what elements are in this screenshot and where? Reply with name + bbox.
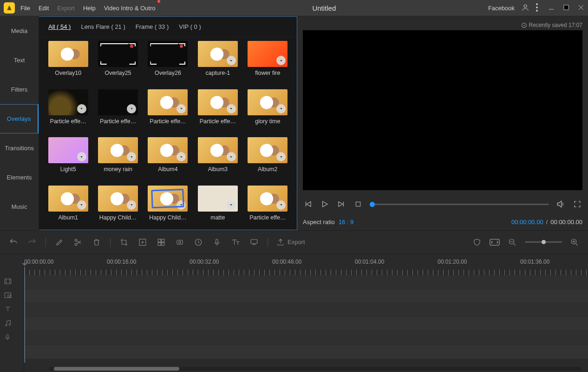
thumbnail[interactable] (248, 41, 287, 67)
track-row[interactable] (24, 345, 588, 359)
download-icon[interactable] (276, 56, 286, 65)
close-button[interactable] (578, 4, 584, 12)
download-icon[interactable] (77, 104, 86, 113)
sidebar-tab-filters[interactable]: Filters (0, 75, 39, 104)
menu-help[interactable]: Help (83, 5, 96, 12)
library-item[interactable]: Happy Child… (95, 186, 140, 226)
download-icon[interactable] (227, 104, 236, 113)
split-icon[interactable] (73, 237, 83, 247)
text-tool-icon[interactable] (230, 237, 241, 247)
export-button[interactable]: Export (276, 238, 305, 246)
track-row[interactable] (24, 331, 588, 345)
thumbnail[interactable] (98, 89, 138, 115)
thumbnail[interactable] (48, 41, 88, 67)
sidebar-tab-transitions[interactable]: Transitions (0, 133, 39, 163)
download-icon[interactable] (227, 152, 236, 161)
edit-icon[interactable] (54, 237, 65, 247)
track-row[interactable] (24, 303, 588, 317)
zoom-in-icon[interactable] (569, 237, 580, 247)
library-item[interactable]: matte (195, 186, 240, 226)
thumbnail[interactable] (98, 41, 138, 67)
library-item[interactable]: Particle effe… (245, 186, 290, 226)
library-filter[interactable]: Frame ( 33 ) (136, 23, 169, 30)
library-item[interactable]: Album3 (195, 137, 240, 178)
pip-track-icon[interactable] (0, 288, 24, 302)
account-icon[interactable] (521, 3, 529, 13)
menu-edit[interactable]: Edit (39, 5, 49, 12)
freeze-icon[interactable] (175, 237, 185, 247)
thumbnail[interactable] (198, 137, 238, 163)
timeline-scrollbar[interactable] (49, 367, 581, 371)
library-item[interactable]: Overlay25 (95, 41, 140, 82)
thumbnail[interactable] (98, 186, 138, 212)
library-item[interactable]: Album2 (245, 137, 290, 178)
redo-button[interactable] (27, 237, 37, 247)
preview-viewport[interactable] (303, 30, 582, 190)
library-filter[interactable]: Lens Flare ( 21 ) (81, 23, 125, 30)
menu-video-intro-outro[interactable]: Video Intro & Outro (104, 5, 156, 12)
library-item[interactable]: Particle effe… (195, 89, 240, 130)
thumbnail[interactable] (148, 41, 188, 67)
sidebar-tab-media[interactable]: Media (0, 16, 39, 46)
download-icon[interactable] (176, 152, 186, 161)
library-item[interactable]: Light5 (46, 137, 91, 178)
audio-track-icon[interactable] (0, 316, 24, 330)
thumbnail[interactable] (48, 137, 88, 163)
track-row[interactable] (24, 317, 588, 331)
download-icon[interactable] (127, 200, 136, 210)
sidebar-tab-overlays[interactable]: Overlays (0, 104, 39, 133)
thumbnail[interactable] (248, 186, 287, 212)
thumbnail[interactable] (148, 137, 188, 163)
library-item[interactable]: glory time (245, 89, 290, 130)
fit-icon[interactable] (490, 237, 500, 247)
download-icon[interactable] (227, 200, 236, 210)
zoom-icon[interactable] (137, 237, 148, 247)
library-filter[interactable]: VIP ( 0 ) (179, 23, 201, 30)
prev-frame-button[interactable] (303, 199, 313, 209)
voiceover-icon[interactable] (212, 237, 222, 247)
menu-export[interactable]: Export (57, 5, 75, 12)
download-icon[interactable] (127, 104, 136, 113)
download-icon[interactable] (276, 104, 286, 113)
library-item[interactable]: Overlay10 (46, 41, 91, 82)
thumbnail[interactable] (248, 137, 287, 163)
download-icon[interactable] (77, 152, 86, 161)
download-icon[interactable] (127, 152, 136, 161)
download-icon[interactable] (276, 152, 286, 161)
video-track-icon[interactable] (0, 274, 24, 288)
download-icon[interactable] (77, 200, 86, 210)
library-item[interactable]: Overlay26 (145, 41, 190, 82)
library-item[interactable]: Happy Child… (145, 186, 190, 226)
playhead[interactable] (24, 267, 25, 363)
library-item[interactable]: Particle effe… (145, 89, 190, 130)
next-frame-button[interactable] (336, 199, 346, 209)
download-icon[interactable] (276, 200, 286, 210)
thumbnail[interactable] (148, 89, 188, 115)
library-item[interactable]: Particle effe… (95, 89, 140, 130)
facebook-link[interactable]: Facebook (488, 5, 515, 12)
crop-icon[interactable] (119, 237, 129, 247)
library-item[interactable]: Particle effe… (46, 89, 91, 130)
speech-icon[interactable] (249, 237, 259, 247)
text-track-icon[interactable] (0, 302, 24, 316)
timeline-tracks[interactable] (24, 275, 588, 359)
download-icon[interactable] (176, 200, 186, 210)
library-item[interactable]: Album4 (145, 137, 190, 178)
voice-track-icon[interactable] (0, 330, 24, 344)
download-icon[interactable] (176, 104, 186, 113)
library-item[interactable]: capture-1 (195, 41, 240, 82)
library-filter[interactable]: All ( 54 ) (48, 23, 71, 30)
zoom-slider[interactable] (525, 241, 562, 243)
thumbnail[interactable] (48, 186, 88, 212)
duration-icon[interactable] (193, 237, 203, 247)
library-item[interactable]: flower fire (245, 41, 290, 82)
thumbnail[interactable] (248, 89, 287, 115)
play-button[interactable] (320, 199, 330, 209)
thumbnail[interactable] (198, 186, 238, 212)
track-row[interactable] (24, 289, 588, 303)
thumbnail[interactable] (148, 186, 188, 212)
delete-icon[interactable] (91, 237, 102, 247)
track-row[interactable] (24, 275, 588, 289)
library-item[interactable]: money rain (95, 137, 140, 178)
mosaic-icon[interactable] (156, 237, 166, 247)
